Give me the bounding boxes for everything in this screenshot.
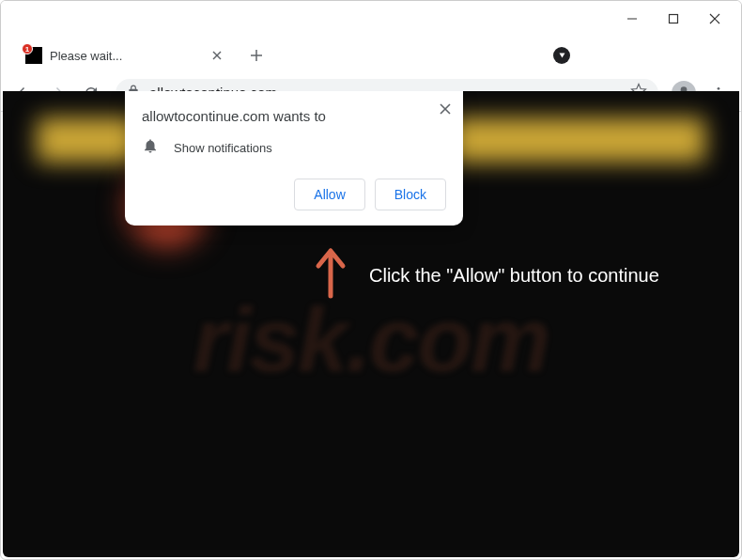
tab-favicon: 1 xyxy=(25,47,42,64)
allow-button[interactable]: Allow xyxy=(294,179,364,210)
prompt-origin-text: allowtocontinue.com wants to xyxy=(142,108,446,124)
notification-badge: 1 xyxy=(22,43,33,54)
watermark-text: risk.com xyxy=(3,288,739,392)
page-viewport: risk.com allowtocontinue.com wants to Sh… xyxy=(3,91,739,557)
window-titlebar xyxy=(1,1,741,37)
tab-title: Please wait... xyxy=(50,49,202,63)
tab-close-button[interactable] xyxy=(209,48,224,63)
prompt-permission-row: Show notifications xyxy=(142,137,446,158)
prompt-permission-label: Show notifications xyxy=(174,141,272,155)
window-maximize-button[interactable] xyxy=(653,4,694,34)
tab-strip: 1 Please wait... xyxy=(1,37,741,74)
block-button[interactable]: Block xyxy=(375,179,446,210)
notification-permission-prompt: allowtocontinue.com wants to Show notifi… xyxy=(125,91,463,226)
prompt-close-button[interactable] xyxy=(439,102,452,119)
browser-tab[interactable]: 1 Please wait... xyxy=(16,39,232,71)
prompt-actions: Allow Block xyxy=(142,179,446,210)
instruction-text: Click the "Allow" button to continue xyxy=(369,265,659,287)
window-close-button[interactable] xyxy=(694,4,735,34)
new-tab-button[interactable] xyxy=(243,42,270,69)
svg-point-9 xyxy=(718,87,720,90)
media-control-indicator[interactable] xyxy=(553,47,570,64)
bell-icon xyxy=(142,137,159,158)
svg-rect-1 xyxy=(670,15,678,23)
arrow-up-icon xyxy=(313,245,348,305)
window-minimize-button[interactable] xyxy=(611,4,653,34)
